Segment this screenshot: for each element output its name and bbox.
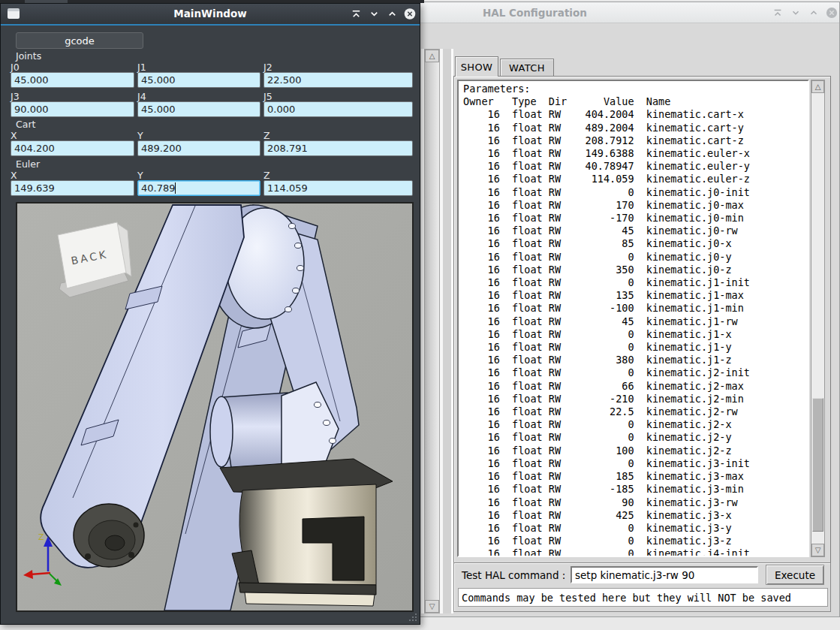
gcode-button[interactable]: gcode: [16, 32, 143, 49]
close-icon[interactable]: [404, 8, 416, 20]
hal-command-input[interactable]: [571, 566, 758, 583]
tool-flange: [74, 504, 144, 567]
joint-j0-field[interactable]: [11, 72, 134, 88]
joint-j0-label: J0: [11, 62, 134, 73]
joints-group-label: Joints: [16, 50, 41, 62]
cart-group-label: Cart: [16, 119, 35, 130]
titlebar-accent-line: [1, 24, 420, 26]
euler-x-label: X: [11, 170, 134, 181]
hal-titlebar[interactable]: HAL Configuration: [420, 2, 839, 23]
joint-j4-field[interactable]: [137, 101, 260, 117]
scroll-down-icon[interactable]: ▽: [425, 600, 439, 613]
hal-output[interactable]: Parameters: Owner Type Dir Value Name 16…: [457, 80, 809, 557]
scroll-up-icon[interactable]: △: [811, 80, 824, 93]
hal-configuration-window: HAL Configuration △ ▽ SHOW: [419, 2, 840, 617]
shade-icon[interactable]: [350, 8, 362, 20]
robot-3d-viewport[interactable]: BACK: [16, 202, 414, 612]
joint-j1-label: J1: [137, 62, 260, 73]
joint-j4-label: J4: [137, 91, 260, 102]
tree-panel-edge: [443, 49, 451, 613]
maximize-icon[interactable]: [386, 8, 398, 20]
maximize-icon[interactable]: [808, 7, 820, 19]
close-icon[interactable]: [826, 7, 838, 19]
euler-z-field[interactable]: [263, 180, 413, 196]
tree-scrollbar[interactable]: △ ▽: [424, 49, 440, 613]
euler-y-label: Y: [137, 170, 260, 181]
desktop: HAL Configuration △ ▽ SHOW: [0, 0, 840, 630]
joint-j3-label: J3: [11, 91, 134, 102]
tab-show-label: SHOW: [461, 62, 493, 73]
command-note: Commands may be tested here but they wil…: [458, 588, 828, 607]
axis-z-label: Z: [38, 532, 44, 542]
output-scrollbar[interactable]: △ ▽: [811, 80, 825, 557]
cart-y-label: Y: [137, 130, 260, 141]
text-cursor: [175, 182, 176, 194]
joint-j2-label: J2: [263, 62, 413, 73]
cart-z-field[interactable]: [263, 140, 413, 156]
scroll-up-icon[interactable]: △: [425, 50, 439, 62]
tab-watch-label: WATCH: [509, 62, 545, 74]
cart-y-field[interactable]: [137, 140, 260, 156]
euler-y-field[interactable]: [137, 180, 260, 196]
tab-show[interactable]: SHOW: [455, 56, 498, 77]
main-titlebar[interactable]: MainWindow: [1, 4, 420, 24]
euler-x-field[interactable]: [11, 180, 134, 196]
hal-output-text: Parameters: Owner Type Dir Value Name 16…: [459, 81, 808, 557]
joint-j1-field[interactable]: [137, 72, 260, 88]
hal-window-title: HAL Configuration: [483, 7, 573, 19]
joint-j5-label: J5: [263, 91, 413, 102]
test-hal-command-label: Test HAL command :: [462, 569, 565, 581]
command-frame: Test HAL command : Execute Commands may …: [453, 562, 831, 612]
shade-icon[interactable]: [772, 7, 784, 19]
joint-j3-field[interactable]: [11, 101, 134, 117]
robot-3d-view: BACK: [17, 203, 412, 610]
execute-button[interactable]: Execute: [766, 565, 824, 585]
cart-x-label: X: [11, 130, 134, 141]
cart-x-field[interactable]: [11, 140, 134, 156]
cart-z-label: Z: [263, 130, 413, 141]
resize-grip[interactable]: [408, 612, 417, 621]
euler-group-label: Euler: [16, 158, 40, 170]
minimize-icon[interactable]: [790, 7, 802, 19]
tab-watch[interactable]: WATCH: [500, 59, 554, 76]
scrollbar-thumb[interactable]: [812, 398, 823, 532]
minimize-icon[interactable]: [368, 8, 380, 20]
window-top-edge: [0, 0, 424, 3]
main-window: MainWindow gcode Joints J0 J1 J2 J3 J4 J…: [0, 3, 420, 625]
joint-j2-field[interactable]: [263, 72, 413, 88]
scroll-down-icon[interactable]: ▽: [811, 544, 824, 556]
joint-j5-field[interactable]: [263, 101, 413, 117]
euler-z-label: Z: [263, 170, 413, 181]
robot-base: [220, 459, 393, 606]
